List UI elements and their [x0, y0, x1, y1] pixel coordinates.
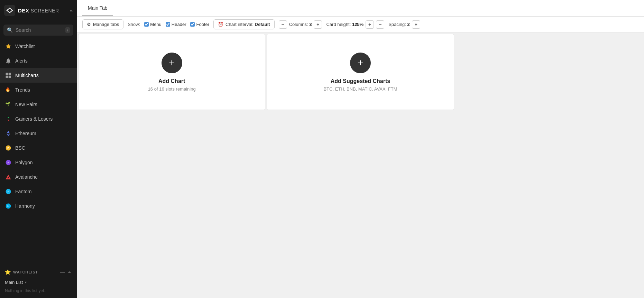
- tab-bar: Main Tab: [77, 0, 644, 17]
- main-list-label: Main List: [5, 280, 23, 285]
- dex-screener-logo: [4, 5, 15, 16]
- search-placeholder: Search: [16, 27, 63, 33]
- footer-checkbox[interactable]: Footer: [190, 22, 209, 27]
- ethereum-icon: [5, 130, 12, 137]
- columns-control: − Columns: 3 +: [279, 20, 322, 29]
- chevron-down-icon: ▾: [25, 280, 27, 284]
- sidebar-item-label-avalanche: Avalanche: [15, 174, 38, 180]
- add-suggested-charts-card[interactable]: + Add Suggested Charts BTC, ETH, BNB, MA…: [267, 34, 454, 110]
- spacing-control: Spacing: 2 +: [388, 20, 420, 29]
- chart-interval-button[interactable]: ⏰ Chart interval: Default: [213, 19, 275, 29]
- bsc-icon: B: [5, 145, 12, 151]
- avalanche-icon: [5, 174, 12, 180]
- sidebar-item-label-ethereum: Ethereum: [15, 131, 36, 136]
- footer-checkbox-input[interactable]: [190, 22, 195, 27]
- sidebar-item-label-bsc: BSC: [15, 145, 25, 151]
- alerts-icon: [5, 57, 12, 64]
- header-checkbox[interactable]: Header: [166, 22, 186, 27]
- card-height-increase-button[interactable]: +: [366, 20, 374, 29]
- add-suggested-title: Add Suggested Charts: [331, 78, 390, 84]
- toolbar: ⚙ Manage tabs Show: Menu Header Footer ⏰…: [77, 17, 644, 32]
- new-pairs-icon: 🌱: [5, 101, 12, 108]
- gainers-losers-icon: [5, 115, 12, 122]
- svg-rect-2: [6, 73, 8, 75]
- svg-marker-8: [8, 131, 10, 134]
- menu-checkbox[interactable]: Menu: [144, 22, 162, 27]
- svg-marker-11: [7, 134, 8, 136]
- svg-text:B: B: [7, 147, 9, 150]
- svg-text:🔥: 🔥: [5, 87, 10, 92]
- svg-text:P: P: [8, 161, 9, 164]
- sidebar-item-polygon[interactable]: PPolygon: [0, 155, 77, 170]
- search-bar[interactable]: 🔍 Search /: [3, 25, 73, 36]
- polygon-icon: P: [5, 159, 12, 166]
- sidebar-item-harmony[interactable]: HHarmony: [0, 199, 77, 213]
- sidebar-header: DEX SCREENER SCREENER «: [0, 0, 77, 21]
- add-chart-card[interactable]: + Add Chart 16 of 16 slots remaining: [78, 34, 265, 110]
- sidebar-item-alerts[interactable]: Alerts: [0, 54, 77, 68]
- add-chart-icon: +: [162, 53, 182, 73]
- sidebar-item-ethereum[interactable]: Ethereum: [0, 126, 77, 141]
- svg-rect-3: [9, 73, 11, 75]
- sidebar-item-new-pairs[interactable]: 🌱New Pairs: [0, 97, 77, 112]
- svg-text:🌱: 🌱: [5, 101, 10, 106]
- add-suggested-subtitle: BTC, ETH, BNB, MATIC, AVAX, FTM: [323, 86, 397, 92]
- svg-rect-4: [6, 76, 8, 78]
- sidebar-item-label-gainers-losers: Gainers & Losers: [15, 116, 53, 122]
- nav-menu: WatchlistAlertsMulticharts🔥Trends🌱New Pa…: [0, 39, 77, 213]
- card-height-label: Card height: 125%: [326, 22, 364, 27]
- main-content: Main Tab ⚙ Manage tabs Show: Menu Header…: [77, 0, 644, 298]
- sidebar-item-trends[interactable]: 🔥Trends: [0, 83, 77, 97]
- sidebar-item-watchlist[interactable]: Watchlist: [0, 39, 77, 54]
- watchlist-actions: — ⏶: [60, 269, 72, 275]
- empty-chart-slot: [456, 34, 643, 110]
- logo: DEX SCREENER SCREENER: [4, 5, 59, 16]
- add-chart-subtitle: 16 of 16 slots remaining: [148, 86, 196, 92]
- main-list-row[interactable]: Main List ▾: [0, 278, 77, 287]
- watchlist-icon: [5, 43, 12, 50]
- sidebar-item-fantom[interactable]: FFantom: [0, 184, 77, 199]
- menu-checkbox-input[interactable]: [144, 22, 149, 27]
- tab-main-tab[interactable]: Main Tab: [82, 0, 113, 16]
- sidebar: DEX SCREENER SCREENER « 🔍 Search / Watch…: [0, 0, 77, 298]
- add-suggested-icon: +: [350, 53, 371, 73]
- add-chart-title: Add Chart: [158, 78, 185, 84]
- fantom-icon: F: [5, 188, 12, 195]
- sidebar-item-multicharts[interactable]: Multicharts: [0, 68, 77, 83]
- sidebar-item-label-fantom: Fantom: [15, 189, 31, 194]
- svg-text:H: H: [7, 205, 9, 208]
- collapse-button[interactable]: «: [70, 8, 73, 13]
- chart-interval-label: Chart interval: Default: [226, 22, 270, 27]
- spacing-increase-button[interactable]: +: [412, 20, 420, 29]
- harmony-icon: H: [5, 203, 12, 209]
- chart-area: + Add Chart 16 of 16 slots remaining + A…: [77, 32, 644, 298]
- watchlist-title: ⭐ WATCHLIST: [5, 269, 38, 275]
- columns-increase-button[interactable]: +: [314, 20, 322, 29]
- header-checkbox-input[interactable]: [166, 22, 170, 27]
- manage-tabs-button[interactable]: ⚙ Manage tabs: [82, 19, 123, 29]
- watchlist-empty-text: Nothing in this list yet...: [0, 287, 77, 295]
- app-name: DEX SCREENER: [18, 8, 59, 13]
- sidebar-item-gainers-losers[interactable]: Gainers & Losers: [0, 112, 77, 126]
- sidebar-item-label-new-pairs: New Pairs: [15, 102, 37, 107]
- search-icon: 🔍: [7, 27, 13, 33]
- card-height-decrease-button[interactable]: −: [376, 20, 384, 29]
- svg-marker-10: [8, 134, 10, 136]
- watchlist-minimize-button[interactable]: —: [60, 269, 65, 275]
- svg-marker-1: [6, 44, 11, 49]
- sidebar-item-avalanche[interactable]: Avalanche: [0, 170, 77, 184]
- gear-icon: ⚙: [87, 22, 91, 27]
- watchlist-header: ⭐ WATCHLIST — ⏶: [0, 267, 77, 278]
- svg-text:F: F: [8, 190, 9, 193]
- search-shortcut: /: [65, 27, 70, 33]
- watchlist-expand-button[interactable]: ⏶: [67, 269, 72, 275]
- sidebar-item-bsc[interactable]: BBSC: [0, 141, 77, 155]
- clock-icon: ⏰: [218, 22, 223, 27]
- sidebar-item-label-trends: Trends: [15, 87, 30, 93]
- card-height-control: Card height: 125% + −: [326, 20, 384, 29]
- spacing-label: Spacing: 2: [388, 22, 410, 27]
- trends-icon: 🔥: [5, 86, 12, 93]
- sidebar-item-label-multicharts: Multicharts: [15, 73, 39, 78]
- sidebar-item-label-alerts: Alerts: [15, 58, 28, 64]
- columns-decrease-button[interactable]: −: [279, 20, 287, 29]
